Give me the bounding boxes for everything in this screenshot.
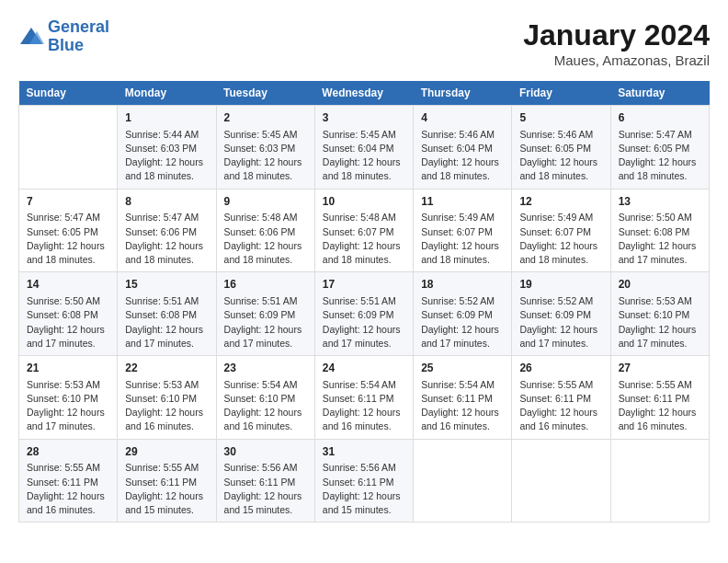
header-cell-monday: Monday bbox=[118, 81, 216, 106]
day-info: Sunrise: 5:55 AMSunset: 6:11 PMDaylight:… bbox=[27, 461, 109, 517]
week-row-1: 1Sunrise: 5:44 AMSunset: 6:03 PMDaylight… bbox=[19, 106, 710, 190]
day-info: Sunrise: 5:54 AMSunset: 6:11 PMDaylight:… bbox=[323, 378, 405, 434]
day-cell: 10Sunrise: 5:48 AMSunset: 6:07 PMDayligh… bbox=[314, 189, 413, 272]
day-cell: 16Sunrise: 5:51 AMSunset: 6:09 PMDayligh… bbox=[216, 272, 314, 356]
day-cell: 26Sunrise: 5:55 AMSunset: 6:11 PMDayligh… bbox=[512, 356, 610, 440]
logo-text: General Blue bbox=[48, 18, 109, 55]
day-number: 15 bbox=[125, 277, 208, 293]
day-number: 31 bbox=[323, 444, 405, 460]
day-cell: 1Sunrise: 5:44 AMSunset: 6:03 PMDaylight… bbox=[118, 106, 216, 190]
day-number: 12 bbox=[519, 194, 602, 210]
day-info: Sunrise: 5:49 AMSunset: 6:07 PMDaylight:… bbox=[421, 211, 504, 267]
header-cell-tuesday: Tuesday bbox=[216, 81, 314, 106]
day-cell: 7Sunrise: 5:47 AMSunset: 6:05 PMDaylight… bbox=[19, 189, 118, 272]
day-number: 20 bbox=[619, 277, 701, 293]
day-info: Sunrise: 5:50 AMSunset: 6:08 PMDaylight:… bbox=[619, 211, 701, 267]
header-row: SundayMondayTuesdayWednesdayThursdayFrid… bbox=[19, 81, 710, 106]
day-cell: 4Sunrise: 5:46 AMSunset: 6:04 PMDaylight… bbox=[414, 106, 512, 190]
day-cell bbox=[610, 439, 709, 523]
day-cell: 17Sunrise: 5:51 AMSunset: 6:09 PMDayligh… bbox=[314, 272, 413, 356]
day-info: Sunrise: 5:45 AMSunset: 6:03 PMDaylight:… bbox=[224, 128, 307, 184]
day-number: 14 bbox=[27, 277, 109, 293]
day-info: Sunrise: 5:51 AMSunset: 6:09 PMDaylight:… bbox=[323, 294, 405, 350]
day-cell: 19Sunrise: 5:52 AMSunset: 6:09 PMDayligh… bbox=[512, 272, 610, 356]
day-info: Sunrise: 5:45 AMSunset: 6:04 PMDaylight:… bbox=[323, 128, 405, 184]
day-number: 27 bbox=[619, 361, 701, 376]
day-number: 5 bbox=[519, 110, 602, 126]
day-number: 8 bbox=[125, 194, 208, 210]
day-cell: 13Sunrise: 5:50 AMSunset: 6:08 PMDayligh… bbox=[610, 189, 709, 272]
day-info: Sunrise: 5:49 AMSunset: 6:07 PMDaylight:… bbox=[519, 211, 602, 267]
day-info: Sunrise: 5:51 AMSunset: 6:08 PMDaylight:… bbox=[125, 294, 208, 350]
day-info: Sunrise: 5:48 AMSunset: 6:07 PMDaylight:… bbox=[323, 211, 405, 267]
day-cell bbox=[19, 106, 118, 190]
day-number: 24 bbox=[323, 361, 405, 376]
day-info: Sunrise: 5:47 AMSunset: 6:06 PMDaylight:… bbox=[125, 211, 208, 267]
day-info: Sunrise: 5:48 AMSunset: 6:06 PMDaylight:… bbox=[224, 211, 307, 267]
week-row-3: 14Sunrise: 5:50 AMSunset: 6:08 PMDayligh… bbox=[19, 272, 710, 356]
day-cell: 2Sunrise: 5:45 AMSunset: 6:03 PMDaylight… bbox=[216, 106, 314, 190]
day-info: Sunrise: 5:50 AMSunset: 6:08 PMDaylight:… bbox=[27, 294, 109, 350]
day-cell: 31Sunrise: 5:56 AMSunset: 6:11 PMDayligh… bbox=[314, 439, 413, 523]
day-cell: 14Sunrise: 5:50 AMSunset: 6:08 PMDayligh… bbox=[19, 272, 118, 356]
day-info: Sunrise: 5:55 AMSunset: 6:11 PMDaylight:… bbox=[125, 461, 208, 517]
day-number: 18 bbox=[421, 277, 504, 293]
day-info: Sunrise: 5:53 AMSunset: 6:10 PMDaylight:… bbox=[27, 378, 109, 434]
day-number: 4 bbox=[421, 110, 504, 126]
day-number: 7 bbox=[27, 194, 109, 210]
header: General Blue January 2024 Maues, Amazona… bbox=[18, 18, 710, 68]
day-cell bbox=[414, 439, 512, 523]
day-number: 30 bbox=[224, 444, 307, 460]
title-area: January 2024 Maues, Amazonas, Brazil bbox=[523, 18, 710, 68]
day-number: 23 bbox=[224, 361, 307, 376]
day-number: 13 bbox=[619, 194, 701, 210]
day-cell: 3Sunrise: 5:45 AMSunset: 6:04 PMDaylight… bbox=[314, 106, 413, 190]
day-cell: 30Sunrise: 5:56 AMSunset: 6:11 PMDayligh… bbox=[216, 439, 314, 523]
day-info: Sunrise: 5:54 AMSunset: 6:10 PMDaylight:… bbox=[224, 378, 307, 434]
day-info: Sunrise: 5:53 AMSunset: 6:10 PMDaylight:… bbox=[125, 378, 208, 434]
day-number: 25 bbox=[421, 361, 504, 376]
logo-line2: Blue bbox=[48, 36, 84, 54]
logo-line1: General bbox=[48, 17, 109, 36]
day-cell: 8Sunrise: 5:47 AMSunset: 6:06 PMDaylight… bbox=[118, 189, 216, 272]
day-info: Sunrise: 5:55 AMSunset: 6:11 PMDaylight:… bbox=[619, 378, 701, 434]
day-cell: 12Sunrise: 5:49 AMSunset: 6:07 PMDayligh… bbox=[512, 189, 610, 272]
day-number: 6 bbox=[619, 110, 701, 126]
day-cell: 23Sunrise: 5:54 AMSunset: 6:10 PMDayligh… bbox=[216, 356, 314, 440]
day-cell: 9Sunrise: 5:48 AMSunset: 6:06 PMDaylight… bbox=[216, 189, 314, 272]
day-info: Sunrise: 5:51 AMSunset: 6:09 PMDaylight:… bbox=[224, 294, 307, 350]
header-cell-wednesday: Wednesday bbox=[314, 81, 413, 106]
day-number: 2 bbox=[224, 110, 307, 126]
day-info: Sunrise: 5:46 AMSunset: 6:05 PMDaylight:… bbox=[519, 128, 602, 184]
logo: General Blue bbox=[18, 18, 109, 55]
day-number: 3 bbox=[323, 110, 405, 126]
day-number: 22 bbox=[125, 361, 208, 376]
day-cell: 11Sunrise: 5:49 AMSunset: 6:07 PMDayligh… bbox=[414, 189, 512, 272]
day-info: Sunrise: 5:54 AMSunset: 6:11 PMDaylight:… bbox=[421, 378, 504, 434]
day-info: Sunrise: 5:46 AMSunset: 6:04 PMDaylight:… bbox=[421, 128, 504, 184]
calendar-table: SundayMondayTuesdayWednesdayThursdayFrid… bbox=[18, 81, 710, 523]
day-cell: 29Sunrise: 5:55 AMSunset: 6:11 PMDayligh… bbox=[118, 439, 216, 523]
day-number: 9 bbox=[224, 194, 307, 210]
day-number: 11 bbox=[421, 194, 504, 210]
day-info: Sunrise: 5:44 AMSunset: 6:03 PMDaylight:… bbox=[125, 128, 208, 184]
day-number: 10 bbox=[323, 194, 405, 210]
logo-icon bbox=[18, 26, 44, 48]
header-cell-saturday: Saturday bbox=[610, 81, 709, 106]
day-number: 21 bbox=[27, 361, 109, 376]
header-cell-friday: Friday bbox=[512, 81, 610, 106]
day-cell: 18Sunrise: 5:52 AMSunset: 6:09 PMDayligh… bbox=[414, 272, 512, 356]
day-info: Sunrise: 5:52 AMSunset: 6:09 PMDaylight:… bbox=[421, 294, 504, 350]
day-cell: 24Sunrise: 5:54 AMSunset: 6:11 PMDayligh… bbox=[314, 356, 413, 440]
day-info: Sunrise: 5:52 AMSunset: 6:09 PMDaylight:… bbox=[519, 294, 602, 350]
day-info: Sunrise: 5:55 AMSunset: 6:11 PMDaylight:… bbox=[519, 378, 602, 434]
day-info: Sunrise: 5:53 AMSunset: 6:10 PMDaylight:… bbox=[619, 294, 701, 350]
day-info: Sunrise: 5:47 AMSunset: 6:05 PMDaylight:… bbox=[619, 128, 701, 184]
day-cell: 22Sunrise: 5:53 AMSunset: 6:10 PMDayligh… bbox=[118, 356, 216, 440]
day-number: 29 bbox=[125, 444, 208, 460]
day-cell: 21Sunrise: 5:53 AMSunset: 6:10 PMDayligh… bbox=[19, 356, 118, 440]
day-info: Sunrise: 5:56 AMSunset: 6:11 PMDaylight:… bbox=[224, 461, 307, 517]
day-cell: 20Sunrise: 5:53 AMSunset: 6:10 PMDayligh… bbox=[610, 272, 709, 356]
day-info: Sunrise: 5:56 AMSunset: 6:11 PMDaylight:… bbox=[323, 461, 405, 517]
day-cell bbox=[512, 439, 610, 523]
